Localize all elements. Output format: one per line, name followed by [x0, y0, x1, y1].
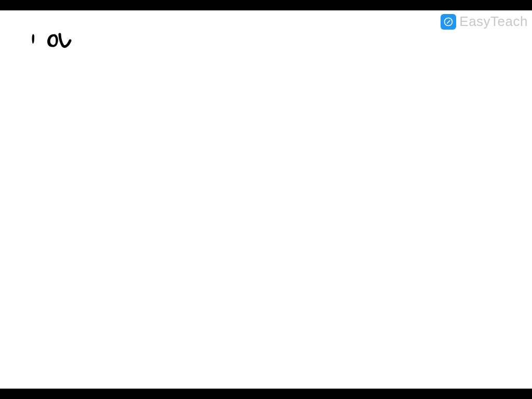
top-letterbox-bar	[0, 0, 532, 10]
handwritten-strokes: handwritten marks (1 · ov)	[29, 31, 91, 59]
watermark-label: EasyTeach	[459, 14, 528, 30]
pencil-circle-icon	[441, 14, 456, 30]
bottom-letterbox-bar	[0, 389, 532, 399]
app-watermark: EasyTeach	[441, 14, 528, 30]
whiteboard-canvas[interactable]: EasyTeach handwritten marks (1 · ov)	[0, 10, 532, 389]
